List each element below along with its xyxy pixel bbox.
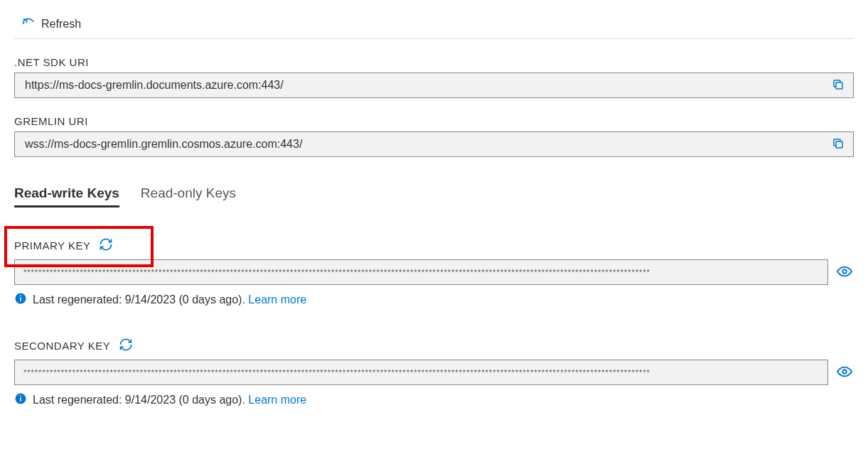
copy-icon — [832, 78, 845, 93]
secondary-key-label: SECONDARY KEY — [14, 340, 110, 352]
primary-key-info: Last regenerated: 9/14/2023 (0 days ago)… — [14, 292, 854, 308]
tab-read-only-keys[interactable]: Read-only Keys — [141, 185, 236, 207]
svg-point-2 — [842, 269, 847, 274]
eye-icon — [837, 264, 852, 281]
gremlin-uri-label: GREMLIN URI — [14, 115, 854, 127]
gremlin-uri-field — [14, 131, 854, 157]
eye-icon — [837, 364, 852, 382]
info-icon — [14, 292, 27, 308]
sdk-uri-label: .NET SDK URI — [14, 56, 854, 68]
sdk-uri-value[interactable] — [23, 78, 829, 92]
refresh-label: Refresh — [41, 18, 81, 31]
copy-gremlin-uri-button[interactable] — [829, 134, 847, 155]
regenerate-icon — [119, 338, 133, 354]
sdk-uri-field — [14, 72, 854, 98]
svg-rect-1 — [836, 141, 842, 148]
regenerate-secondary-key-button[interactable] — [117, 336, 134, 355]
copy-icon — [832, 137, 845, 152]
refresh-icon — [21, 17, 36, 31]
secondary-key-info-text: Last regenerated: 9/14/2023 (0 days ago)… — [33, 394, 248, 406]
gremlin-uri-section: GREMLIN URI — [14, 115, 854, 157]
primary-key-info-text: Last regenerated: 9/14/2023 (0 days ago)… — [33, 293, 248, 306]
primary-key-block: PRIMARY KEY ****************************… — [14, 236, 854, 308]
svg-rect-9 — [20, 396, 21, 397]
secondary-key-block: SECONDARY KEY **************************… — [14, 336, 854, 408]
regenerate-icon — [99, 237, 113, 254]
svg-point-6 — [842, 370, 847, 374]
secondary-key-field: ****************************************… — [14, 360, 828, 385]
primary-key-label: PRIMARY KEY — [14, 239, 90, 252]
primary-key-value: ****************************************… — [23, 268, 819, 276]
secondary-key-info: Last regenerated: 9/14/2023 (0 days ago)… — [14, 392, 854, 408]
svg-rect-4 — [20, 298, 21, 301]
info-icon — [14, 392, 27, 408]
secondary-key-value: ****************************************… — [23, 368, 819, 377]
regenerate-primary-key-button[interactable] — [97, 236, 114, 255]
svg-rect-5 — [20, 296, 21, 297]
svg-rect-0 — [836, 82, 842, 89]
secondary-key-learn-more-link[interactable]: Learn more — [248, 394, 306, 406]
tab-read-write-keys[interactable]: Read-write Keys — [14, 185, 119, 207]
refresh-toolbar[interactable]: Refresh — [14, 14, 854, 39]
copy-sdk-uri-button[interactable] — [829, 75, 847, 96]
sdk-uri-section: .NET SDK URI — [14, 56, 854, 98]
gremlin-uri-value[interactable] — [23, 137, 829, 151]
show-secondary-key-button[interactable] — [835, 362, 854, 383]
show-primary-key-button[interactable] — [835, 262, 854, 283]
keys-tabs: Read-write Keys Read-only Keys — [14, 185, 854, 207]
svg-rect-8 — [20, 398, 21, 401]
primary-key-learn-more-link[interactable]: Learn more — [248, 293, 306, 306]
primary-key-field: ****************************************… — [14, 259, 828, 285]
